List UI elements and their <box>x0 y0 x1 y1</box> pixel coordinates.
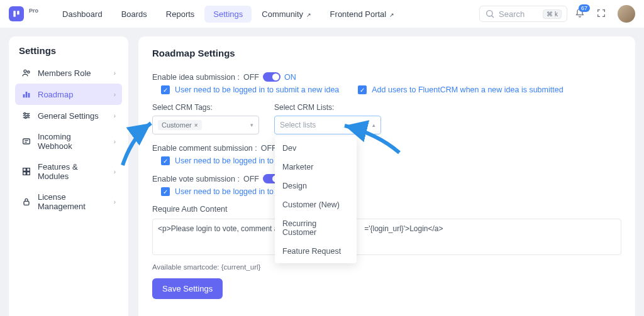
auth-content-label: Require Auth Content <box>152 205 621 214</box>
option-dev[interactable]: Dev <box>275 139 357 158</box>
svg-point-4 <box>24 70 26 72</box>
option-feature-request[interactable]: Feature Request <box>275 242 357 261</box>
sidebar-item-roadmap[interactable]: Roadmap › <box>15 84 122 105</box>
svg-rect-15 <box>23 139 30 144</box>
checkbox-icon: ✓ <box>358 85 367 94</box>
svg-rect-17 <box>27 168 30 172</box>
topbar: Pro Dashboard Boards Reports Settings Co… <box>0 0 644 28</box>
main-panel: Roadmap Settings Enable idea submission … <box>138 36 635 316</box>
svg-point-12 <box>24 112 26 114</box>
comment-cb-login[interactable]: ✓User need to be logged in to add <box>161 156 289 165</box>
search-input[interactable]: Search ⌘ k <box>479 6 567 22</box>
fullscreen-button[interactable] <box>592 8 610 20</box>
svg-point-14 <box>25 117 26 119</box>
search-placeholder: Search <box>499 9 525 19</box>
toggle-switch[interactable] <box>263 72 280 82</box>
checkbox-icon: ✓ <box>161 156 170 165</box>
option-recurring[interactable]: Recurring Customer <box>275 214 357 242</box>
idea-cb-login[interactable]: ✓User need to be logged in to submit a n… <box>161 85 339 94</box>
save-button[interactable]: Save Settings <box>152 278 223 299</box>
sidebar-item-members[interactable]: Members Role › <box>15 62 122 84</box>
modules-icon <box>21 166 31 177</box>
chevron-up-icon: ▴ <box>372 122 375 128</box>
nav-settings[interactable]: Settings <box>204 6 252 23</box>
svg-rect-18 <box>23 172 26 175</box>
sidebar-title: Settings <box>15 45 122 62</box>
option-marketer[interactable]: Marketer <box>275 158 357 177</box>
fullscreen-icon <box>596 8 606 18</box>
vote-cb-login[interactable]: ✓User need to be logged in to vote <box>161 187 291 196</box>
search-icon <box>485 9 495 19</box>
svg-rect-16 <box>23 168 26 172</box>
svg-point-5 <box>28 71 30 73</box>
sidebar-item-label: License Management <box>38 192 108 211</box>
notif-badge: 67 <box>579 4 590 12</box>
external-icon: ↗ <box>304 12 311 18</box>
lists-dropdown: Dev Marketer Design Customer (New) Recur… <box>275 136 357 263</box>
logo-icon <box>12 9 21 18</box>
nav-reports[interactable]: Reports <box>157 6 204 23</box>
svg-rect-6 <box>23 94 25 97</box>
chevron-down-icon: ▾ <box>250 122 253 128</box>
pro-badge: Pro <box>29 8 38 14</box>
page-title: Roadmap Settings <box>152 48 621 58</box>
users-icon <box>21 68 31 78</box>
idea-cb-fluentcrm[interactable]: ✓Add users to FluentCRM when a new idea … <box>358 85 563 94</box>
checkbox-icon: ✓ <box>161 85 170 94</box>
kbd-hint: ⌘ k <box>543 9 562 19</box>
label: Enable vote submission : <box>152 175 240 183</box>
option-design[interactable]: Design <box>275 177 357 195</box>
sidebar: Settings Members Role › Roadmap › Genera… <box>9 36 128 316</box>
svg-line-3 <box>492 16 494 18</box>
sidebar-item-label: Incoming Webhook <box>38 132 108 151</box>
sidebar-item-label: Roadmap <box>38 90 73 99</box>
comment-submission-row: Enable comment submission : OFF <box>152 143 621 153</box>
idea-submission-row: Enable idea submission : OFF ON <box>152 72 621 82</box>
svg-rect-7 <box>26 92 28 97</box>
tag-chip: Customer× <box>158 120 202 130</box>
label: Enable comment submission : <box>152 144 257 153</box>
notifications-button[interactable]: 67 <box>571 8 589 20</box>
vote-submission-row: Enable vote submission : OFF ON <box>152 174 621 183</box>
crm-tags-select[interactable]: Customer× ▾ <box>152 116 259 134</box>
chevron-right-icon: › <box>114 91 116 98</box>
sidebar-item-webhook[interactable]: Incoming Webhook › <box>15 126 122 156</box>
sidebar-item-features[interactable]: Features & Modules › <box>15 156 122 187</box>
chevron-right-icon: › <box>114 70 116 77</box>
close-icon[interactable]: × <box>194 122 198 129</box>
auth-content-textarea[interactable] <box>152 219 621 255</box>
chart-icon <box>21 89 31 99</box>
crm-lists-select[interactable]: Select lists ▴ Dev Marketer Design Custo… <box>274 116 381 134</box>
nav-frontend[interactable]: Frontend Portal ↗ <box>321 6 403 23</box>
svg-rect-0 <box>13 11 16 16</box>
sidebar-item-label: General Settings <box>38 111 99 121</box>
webhook-icon <box>21 136 31 146</box>
label: Enable idea submission : <box>152 73 240 82</box>
sidebar-item-license[interactable]: License Management › <box>15 187 122 217</box>
nav-dashboard[interactable]: Dashboard <box>53 6 111 23</box>
avatar[interactable] <box>618 5 635 23</box>
chevron-right-icon: › <box>114 138 116 145</box>
option-customer-new[interactable]: Customer (New) <box>275 195 357 214</box>
external-icon: ↗ <box>387 12 394 18</box>
lists-label: Select CRM Lists: <box>274 103 381 112</box>
svg-point-2 <box>487 11 492 16</box>
tags-label: Select CRM Tags: <box>152 103 259 112</box>
chevron-right-icon: › <box>114 199 116 205</box>
svg-rect-8 <box>28 93 30 97</box>
chevron-right-icon: › <box>114 112 116 119</box>
smartcode-hint: Available smartcode: {current_url} <box>152 263 621 271</box>
app-logo[interactable] <box>9 6 24 21</box>
nav-community[interactable]: Community ↗ <box>253 6 319 23</box>
sliders-icon <box>21 111 31 121</box>
svg-rect-20 <box>24 201 29 205</box>
sidebar-item-general[interactable]: General Settings › <box>15 105 122 126</box>
chevron-right-icon: › <box>114 168 116 175</box>
nav-boards[interactable]: Boards <box>113 6 156 23</box>
sidebar-item-label: Features & Modules <box>38 162 108 181</box>
svg-point-13 <box>27 115 29 117</box>
sidebar-item-label: Members Role <box>38 68 91 78</box>
lock-icon <box>21 197 31 207</box>
svg-rect-1 <box>17 11 19 14</box>
idea-toggle[interactable]: OFF ON <box>243 72 296 82</box>
